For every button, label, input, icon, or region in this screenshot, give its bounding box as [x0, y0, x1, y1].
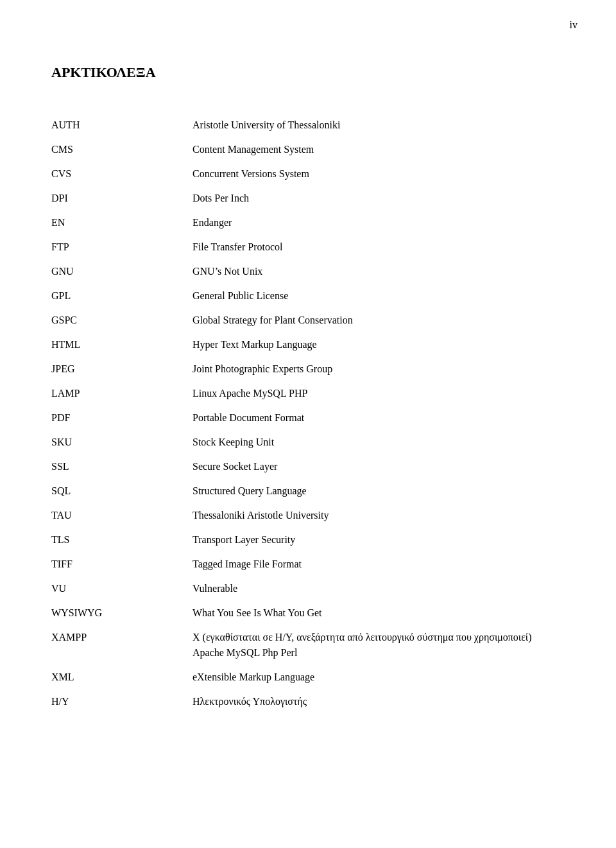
acronym-definition: Global Strategy for Plant Conservation	[180, 308, 565, 333]
acronym-definition: Transport Layer Security	[180, 528, 565, 552]
acronym-definition: Structured Query Language	[180, 479, 565, 503]
acronym-definition: Hyper Text Markup Language	[180, 333, 565, 357]
acronym-definition: Ηλεκτρονικός Υπολογιστής	[180, 689, 565, 714]
acronym-abbr: VU	[51, 576, 180, 601]
table-row: XAMPPX (εγκαθίσταται σε Η/Υ, ανεξάρτητα …	[51, 625, 565, 665]
acronym-definition: eXtensible Markup Language	[180, 665, 565, 689]
table-row: CVSConcurrent Versions System	[51, 162, 565, 186]
acronym-definition: Endanger	[180, 211, 565, 235]
acronym-definition: X (εγκαθίσταται σε Η/Υ, ανεξάρτητα από λ…	[180, 625, 565, 665]
table-row: VUVulnerable	[51, 576, 565, 601]
acronym-abbr: GNU	[51, 259, 180, 284]
acronym-abbr: Η/Υ	[51, 689, 180, 714]
table-row: Η/ΥΗλεκτρονικός Υπολογιστής	[51, 689, 565, 714]
acronym-abbr: SKU	[51, 430, 180, 454]
acronym-abbr: CVS	[51, 162, 180, 186]
acronym-definition: Vulnerable	[180, 576, 565, 601]
acronym-definition: Secure Socket Layer	[180, 454, 565, 479]
acronym-abbr: GSPC	[51, 308, 180, 333]
table-row: SQLStructured Query Language	[51, 479, 565, 503]
acronym-definition: What You See Is What You Get	[180, 601, 565, 625]
acronym-definition: Joint Photographic Experts Group	[180, 357, 565, 381]
acronym-abbr: PDF	[51, 406, 180, 430]
acronym-abbr: LAMP	[51, 381, 180, 406]
table-row: GPLGeneral Public License	[51, 284, 565, 308]
table-row: HTMLHyper Text Markup Language	[51, 333, 565, 357]
table-row: DPIDots Per Inch	[51, 186, 565, 211]
table-row: CMSContent Management System	[51, 137, 565, 162]
table-row: JPEGJoint Photographic Experts Group	[51, 357, 565, 381]
acronym-abbr: WYSIWYG	[51, 601, 180, 625]
table-row: WYSIWYGWhat You See Is What You Get	[51, 601, 565, 625]
acronym-definition: File Transfer Protocol	[180, 235, 565, 259]
table-row: TAUThessaloniki Aristotle University	[51, 503, 565, 528]
acronym-definition: Thessaloniki Aristotle University	[180, 503, 565, 528]
page-title: ΑΡΚΤΙΚΟΛΕΞΑ	[51, 64, 565, 81]
table-row: AUTHAristotle University of Thessaloniki	[51, 113, 565, 137]
acronym-abbr: GPL	[51, 284, 180, 308]
acronym-abbr: FTP	[51, 235, 180, 259]
acronym-definition: Content Management System	[180, 137, 565, 162]
acronym-abbr: AUTH	[51, 113, 180, 137]
acronym-abbr: EN	[51, 211, 180, 235]
table-row: SSLSecure Socket Layer	[51, 454, 565, 479]
table-row: TIFFTagged Image File Format	[51, 552, 565, 576]
acronym-abbr: XML	[51, 665, 180, 689]
table-row: SKUStock Keeping Unit	[51, 430, 565, 454]
table-row: ENEndanger	[51, 211, 565, 235]
acronym-abbr: SSL	[51, 454, 180, 479]
table-row: GNUGNU’s Not Unix	[51, 259, 565, 284]
table-row: LAMPLinux Apache MySQL PHP	[51, 381, 565, 406]
acronym-abbr: JPEG	[51, 357, 180, 381]
table-row: PDFPortable Document Format	[51, 406, 565, 430]
acronym-abbr: DPI	[51, 186, 180, 211]
acronym-abbr: SQL	[51, 479, 180, 503]
acronym-abbr: TAU	[51, 503, 180, 528]
acronym-abbr: TLS	[51, 528, 180, 552]
acronym-abbr: TIFF	[51, 552, 180, 576]
acronym-definition: Portable Document Format	[180, 406, 565, 430]
table-row: TLSTransport Layer Security	[51, 528, 565, 552]
table-row: GSPCGlobal Strategy for Plant Conservati…	[51, 308, 565, 333]
acronym-abbr: XAMPP	[51, 625, 180, 665]
acronym-definition: Concurrent Versions System	[180, 162, 565, 186]
acronym-definition: General Public License	[180, 284, 565, 308]
acronym-definition: Aristotle University of Thessaloniki	[180, 113, 565, 137]
acronym-definition: Dots Per Inch	[180, 186, 565, 211]
table-row: FTPFile Transfer Protocol	[51, 235, 565, 259]
acronym-definition: Tagged Image File Format	[180, 552, 565, 576]
acronym-definition: Linux Apache MySQL PHP	[180, 381, 565, 406]
table-row: XMLeXtensible Markup Language	[51, 665, 565, 689]
acronym-abbr: HTML	[51, 333, 180, 357]
acronym-definition: Stock Keeping Unit	[180, 430, 565, 454]
acronym-abbr: CMS	[51, 137, 180, 162]
acronym-definition: GNU’s Not Unix	[180, 259, 565, 284]
page-number: iv	[570, 19, 578, 31]
acronym-table: AUTHAristotle University of Thessaloniki…	[51, 113, 565, 714]
